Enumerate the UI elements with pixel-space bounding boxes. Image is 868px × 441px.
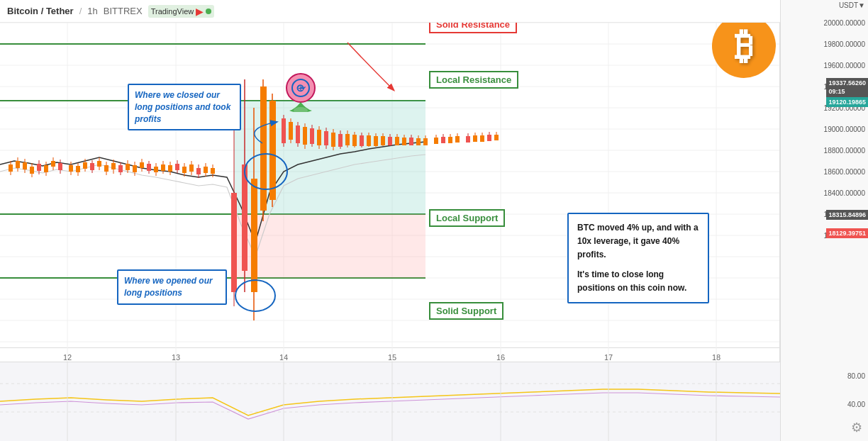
svg-rect-134 xyxy=(409,138,413,145)
trade-info-box: BTC moved 4% up, and with a 10x leverage… xyxy=(567,213,709,303)
svg-rect-102 xyxy=(296,125,300,143)
svg-text:⊕: ⊕ xyxy=(296,82,305,94)
svg-rect-62 xyxy=(126,164,130,170)
pin-icon: ⟳ ⊕ xyxy=(284,71,318,118)
svg-rect-142 xyxy=(441,137,445,143)
btc-symbol: ₿ xyxy=(735,25,753,67)
svg-rect-66 xyxy=(140,162,144,168)
oscillator-panel xyxy=(0,362,780,441)
platform-name: TradingView xyxy=(151,7,194,16)
svg-rect-54 xyxy=(97,161,101,167)
svg-rect-50 xyxy=(83,162,87,169)
svg-rect-136 xyxy=(416,138,421,145)
svg-rect-86 xyxy=(211,168,215,174)
svg-rect-114 xyxy=(338,134,343,147)
svg-rect-48 xyxy=(76,166,80,172)
svg-rect-80 xyxy=(189,164,194,172)
chart-header: Bitcoin / Tether / 1h BITTREX TradingVie… xyxy=(0,0,780,23)
svg-rect-40 xyxy=(44,165,48,172)
svg-rect-36 xyxy=(30,167,34,174)
svg-rect-116 xyxy=(345,134,350,145)
svg-rect-152 xyxy=(480,135,484,142)
svg-rect-58 xyxy=(111,163,116,169)
svg-rect-70 xyxy=(154,167,158,172)
price-20000: 20000.00000 xyxy=(824,19,865,27)
tradingview-icon: ▶ xyxy=(196,6,204,17)
svg-rect-56 xyxy=(104,165,108,172)
svg-rect-144 xyxy=(448,137,452,143)
svg-rect-154 xyxy=(487,135,491,141)
svg-rect-60 xyxy=(118,165,123,172)
svg-rect-128 xyxy=(388,137,392,145)
closed-positions-callout: Where we closed our long positions and t… xyxy=(128,84,241,130)
price-highlight-4: 18129.39751 xyxy=(826,228,868,238)
price-18800: 18800.00000 xyxy=(824,147,865,155)
svg-rect-44 xyxy=(58,163,62,170)
svg-rect-108 xyxy=(317,130,321,145)
svg-rect-124 xyxy=(374,136,378,146)
info-text-2: It's time to close long positions on thi… xyxy=(577,268,699,295)
local-resistance-label: Local Resistance xyxy=(429,71,518,89)
usdt-label: USDT▼ xyxy=(839,1,865,9)
timeframe: 1h xyxy=(87,6,97,16)
opened-positions-callout: Where we opened our long positions xyxy=(117,269,227,305)
svg-rect-88 xyxy=(231,193,237,292)
trading-pair: Bitcoin / Tether xyxy=(7,6,74,16)
svg-rect-156 xyxy=(494,135,499,140)
svg-rect-110 xyxy=(324,131,328,145)
svg-rect-42 xyxy=(51,161,55,167)
price-19600: 19600.00000 xyxy=(824,62,865,69)
svg-rect-126 xyxy=(381,136,385,145)
svg-rect-130 xyxy=(395,137,399,145)
svg-rect-112 xyxy=(331,133,335,147)
platform-badge: TradingView ▶ xyxy=(148,5,215,18)
svg-rect-118 xyxy=(352,135,357,146)
price-19800: 19800.00000 xyxy=(824,40,865,48)
svg-rect-72 xyxy=(161,164,165,171)
svg-rect-34 xyxy=(23,162,27,169)
svg-rect-104 xyxy=(303,127,307,145)
svg-rect-106 xyxy=(310,128,314,144)
svg-rect-138 xyxy=(423,138,428,145)
svg-rect-84 xyxy=(204,167,208,173)
svg-rect-32 xyxy=(16,161,20,168)
svg-rect-148 xyxy=(466,136,470,143)
oscillator-svg xyxy=(0,362,780,441)
chart-svg xyxy=(0,23,780,362)
local-support-label: Local Support xyxy=(429,209,505,227)
osc-level-40: 40.00 xyxy=(847,401,865,408)
solid-support-label: Solid Support xyxy=(429,302,503,320)
svg-rect-140 xyxy=(434,138,438,144)
price-axis: USDT▼ 20000.00000 19800.00000 19600.0000… xyxy=(780,0,868,362)
price-highlight-1: 19337.56260 09:15 xyxy=(826,78,868,97)
svg-rect-52 xyxy=(90,163,94,170)
price-highlight-2: 19120.19865 xyxy=(826,97,868,107)
svg-rect-150 xyxy=(473,135,477,142)
btc-logo: ₿ xyxy=(712,14,776,78)
svg-rect-74 xyxy=(168,165,172,172)
info-text: BTC moved 4% up, and with a 10x leverage… xyxy=(577,221,699,262)
live-dot xyxy=(206,9,211,14)
svg-rect-100 xyxy=(289,122,293,140)
svg-rect-30 xyxy=(9,164,13,172)
svg-rect-68 xyxy=(147,164,151,171)
gear-icon[interactable]: ⚙ xyxy=(851,420,862,435)
price-highlight-3: 18315.84896 xyxy=(826,210,868,220)
price-19000: 19000.00000 xyxy=(824,125,865,133)
price-18600: 18600.00000 xyxy=(824,168,865,176)
svg-rect-76 xyxy=(175,164,179,170)
svg-rect-92 xyxy=(251,179,257,292)
svg-rect-96 xyxy=(269,101,276,200)
exchange: BITTREX xyxy=(104,6,143,16)
svg-rect-78 xyxy=(182,167,187,173)
svg-rect-132 xyxy=(402,138,406,145)
chart-area: ⟳ ⊕ Solid Resistance Local Resistance Lo… xyxy=(0,0,780,362)
svg-rect-82 xyxy=(196,168,201,174)
svg-rect-28 xyxy=(234,214,425,278)
svg-rect-146 xyxy=(455,136,460,143)
svg-rect-38 xyxy=(37,164,41,171)
svg-rect-64 xyxy=(133,165,137,172)
price-18400: 18400.00000 xyxy=(824,189,865,197)
svg-rect-94 xyxy=(260,86,267,211)
svg-rect-98 xyxy=(282,118,286,143)
